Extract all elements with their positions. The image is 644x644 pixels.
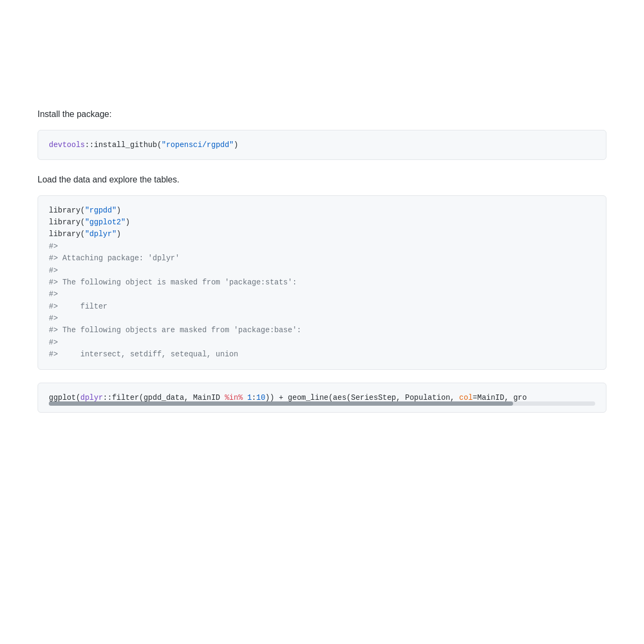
code-col-param: col [459,393,473,402]
code-filter-fn: filter(gpdd_data, MainID [112,393,225,402]
code-comment-6: #> filter [49,302,107,311]
code-install-github: install_github( [94,141,162,149]
code-comment-1: #> [49,242,58,251]
code-block-library: library("rgpdd") library("ggplot2") libr… [38,195,606,370]
code-comment-9: #> [49,338,58,347]
code-ggplot-fn: ggplot( [49,393,80,402]
intro-text-1: Install the package: [38,107,606,121]
code-library1-arg: "rgpdd" [85,206,116,215]
code-colons: :: [85,141,94,149]
code-range-val: 1 [247,393,252,402]
code-comment-4: #> The following object is masked from '… [49,278,297,287]
code-comment-2: #> Attaching package: 'dplyr' [49,254,180,262]
scrollbar-thumb[interactable] [49,401,513,406]
code-library2-fn: library( [49,218,85,226]
scrollbar-track[interactable] [49,401,595,406]
code-dplyr-ns: dplyr [80,393,103,402]
code-pre-install: devtools::install_github("ropensci/rgpdd… [49,139,595,151]
code-block-ggplot: ggplot(dplyr::filter(gpdd_data, MainID %… [38,383,606,413]
code-paren-close-1: ) [233,141,238,149]
code-library3-arg: "dplyr" [85,230,116,238]
page-content: Install the package: devtools::install_g… [38,21,606,413]
intro-text-2: Load the data and explore the tables. [38,173,606,187]
code-comment-7: #> [49,314,58,323]
code-equals: = [473,393,477,402]
code-geom-line: geom_line(aes(SeriesStep, Population, [283,393,459,402]
code-library1-close: ) [116,206,121,215]
code-library3-close: ) [116,230,121,238]
code-library3-fn: library( [49,230,85,238]
code-library2-arg: "ggplot2" [85,218,126,226]
code-range [243,393,247,402]
code-library1-fn: library( [49,206,85,215]
code-plus: + [279,393,283,402]
code-colon-range: : [252,393,256,402]
code-comment-5: #> [49,290,58,298]
code-pre-library: library("rgpdd") library("ggplot2") libr… [49,204,595,361]
code-library2-close: ) [126,218,130,226]
code-devtools: devtools [49,141,85,149]
code-filter-close: )) [265,393,279,402]
code-comment-8: #> The following objects are masked from… [49,326,301,334]
code-in-op: %in% [225,393,243,402]
code-comment-10: #> intersect, setdiff, setequal, union [49,350,238,358]
code-comment-3: #> [49,266,58,275]
code-range-end: 10 [257,393,266,402]
code-block-install: devtools::install_github("ropensci/rgpdd… [38,130,606,160]
code-dplyr-colons: :: [103,393,112,402]
code-mainid-val: MainID, gro [477,393,526,402]
code-repo-arg: "ropensci/rgpdd" [162,141,233,149]
